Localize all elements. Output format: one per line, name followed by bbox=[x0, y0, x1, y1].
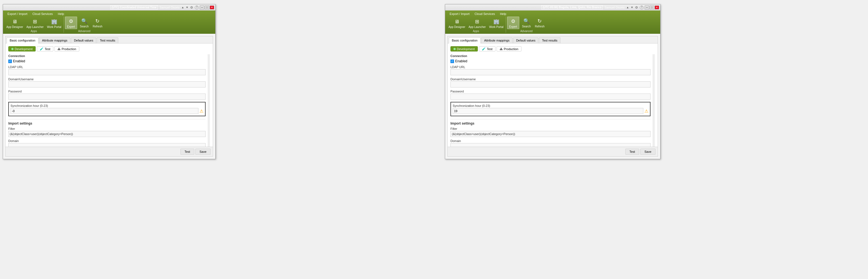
password-input-2[interactable] bbox=[451, 93, 651, 100]
env-tab-test-1[interactable]: 🧪 Test bbox=[37, 46, 53, 52]
help-icon-1[interactable]: ? bbox=[195, 5, 199, 9]
env-tab-production-1[interactable]: 🖧 Production bbox=[55, 46, 79, 52]
menu-help-1[interactable]: Help bbox=[56, 11, 66, 16]
app-launcher-button-2[interactable]: ⊞ App Launcher bbox=[468, 17, 487, 29]
minimize-button-1[interactable]: ─ bbox=[200, 5, 204, 9]
maximize-button-1[interactable]: □ bbox=[205, 5, 209, 9]
domain-input-2[interactable] bbox=[451, 143, 651, 147]
settings-icon-1[interactable]: ⚙ bbox=[190, 5, 193, 9]
menu-cloud-services-2[interactable]: Cloud Services bbox=[472, 11, 497, 16]
env-tab-development-1[interactable]: Development bbox=[8, 46, 36, 52]
refresh-button-2[interactable]: ↻ Refresh bbox=[534, 17, 546, 29]
divider-2 bbox=[451, 119, 651, 119]
form-left-2: Connection ✓ Enabled LDAP URL Domain\Use… bbox=[451, 54, 651, 147]
titlebar-buttons-1: ─ □ ✕ bbox=[200, 5, 214, 9]
domain-label-1: Domain bbox=[8, 139, 206, 143]
apps-group-label-1: Apps bbox=[5, 30, 62, 33]
tab-test-results-1[interactable]: Test results bbox=[97, 37, 118, 43]
search-button-2[interactable]: 🔍 Search bbox=[520, 17, 532, 29]
menu-export-import-1[interactable]: Export / Import bbox=[5, 11, 30, 16]
scrollbar-1[interactable] bbox=[208, 54, 210, 147]
save-button-2[interactable]: Save bbox=[640, 149, 655, 155]
domain-username-label-1: Domain\Username bbox=[8, 78, 206, 81]
env-test-label-2: Test bbox=[487, 47, 492, 51]
ldap-url-input-2[interactable] bbox=[451, 69, 651, 75]
tab-attribute-mappings-2[interactable]: Attribute mappings bbox=[481, 37, 513, 43]
password-input-1[interactable] bbox=[8, 93, 206, 100]
bottom-buttons-2: Test Save bbox=[448, 147, 658, 157]
spacer bbox=[218, 0, 442, 3]
refresh-button-1[interactable]: ↻ Refresh bbox=[91, 17, 104, 29]
domain-username-input-2[interactable] bbox=[451, 81, 651, 87]
tab-basic-config-1[interactable]: Basic configuration bbox=[7, 37, 38, 44]
tab-default-values-2[interactable]: Default values bbox=[513, 37, 538, 43]
enabled-checkbox-1[interactable]: ✓ bbox=[8, 59, 12, 63]
expert-button-2[interactable]: ⚙ Expert bbox=[507, 17, 519, 29]
env-test-label-1: Test bbox=[45, 47, 50, 51]
domain-input-1[interactable] bbox=[8, 143, 206, 147]
import-settings-title-2: Import settings bbox=[451, 121, 651, 125]
app-designer-label-1: App Designer bbox=[6, 25, 23, 29]
scrollbar-2[interactable] bbox=[653, 54, 655, 147]
ldap-url-input-1[interactable] bbox=[8, 69, 206, 75]
sync-hour-input-2[interactable] bbox=[453, 108, 643, 114]
test-button-2[interactable]: Test bbox=[625, 149, 639, 155]
tab-default-values-1[interactable]: Default values bbox=[71, 37, 96, 43]
server-icon-1: 🖧 bbox=[58, 47, 61, 51]
form-content-1: Connection ✓ Enabled LDAP URL Domain\Use… bbox=[8, 54, 210, 147]
enabled-label-2: Enabled bbox=[455, 59, 467, 63]
env-prod-label-2: Production bbox=[504, 47, 519, 51]
filter-input-1[interactable] bbox=[8, 131, 206, 137]
app-launcher-button-1[interactable]: ⊞ App Launcher bbox=[25, 17, 45, 29]
test-button-1[interactable]: Test bbox=[181, 149, 194, 155]
filter-input-2[interactable] bbox=[451, 131, 651, 137]
env-tab-test-2[interactable]: 🧪 Test bbox=[479, 46, 495, 52]
env-tab-production-2[interactable]: 🖧 Production bbox=[497, 46, 522, 52]
tab-basic-config-2[interactable]: Basic configuration bbox=[449, 37, 480, 44]
password-group-1: Password bbox=[8, 90, 206, 100]
save-button-1[interactable]: Save bbox=[195, 149, 211, 155]
close-button-1[interactable]: ✕ bbox=[210, 5, 214, 9]
expert-icon-1: ⚙ bbox=[67, 18, 75, 25]
tab-attribute-mappings-1[interactable]: Attribute mappings bbox=[39, 37, 70, 43]
chevron-down-icon-2[interactable]: ▼ bbox=[631, 6, 633, 9]
search-label-2: Search bbox=[522, 25, 531, 28]
menu-cloud-services-1[interactable]: Cloud Services bbox=[30, 11, 55, 16]
help-icon-2[interactable]: ? bbox=[640, 5, 644, 9]
work-portal-button-2[interactable]: 🏢 Work Portal bbox=[488, 17, 505, 29]
chevron-up-icon-1[interactable]: ▲ bbox=[181, 6, 184, 9]
titlebar-buttons-2: ─ □ ✕ bbox=[645, 5, 659, 9]
close-button-2[interactable]: ✕ bbox=[655, 5, 659, 9]
refresh-icon-2: ↻ bbox=[536, 17, 544, 25]
app-designer-button-2[interactable]: 🖥 App Designer bbox=[447, 17, 466, 29]
main-panel-1: Basic configuration Attribute mappings D… bbox=[5, 36, 213, 157]
minimize-button-2[interactable]: ─ bbox=[645, 5, 649, 9]
env-dev-label-1: Development bbox=[14, 47, 33, 51]
chevron-down-icon-1[interactable]: ▼ bbox=[186, 6, 188, 9]
expert-label-1: Expert bbox=[67, 25, 75, 28]
test-tube-icon-1: 🧪 bbox=[40, 47, 44, 51]
app-launcher-label-2: App Launcher bbox=[469, 25, 486, 29]
chevron-up-icon-2[interactable]: ▲ bbox=[626, 6, 629, 9]
sync-hour-input-1[interactable] bbox=[10, 108, 198, 114]
env-tab-development-2[interactable]: Development bbox=[451, 46, 478, 52]
enabled-checkbox-2[interactable]: ✓ bbox=[451, 59, 454, 63]
maximize-button-2[interactable]: □ bbox=[650, 5, 654, 9]
user-info-1: Samuel Osorio bbox=[159, 6, 180, 9]
search-button-1[interactable]: 🔍 Search bbox=[78, 17, 90, 29]
toolbar-1: Export / Import Cloud Services Help 🖥 Ap… bbox=[3, 10, 215, 34]
toolbar-menu-row-1: Export / Import Cloud Services Help bbox=[5, 11, 213, 16]
tab-test-results-2[interactable]: Test results bbox=[539, 37, 560, 43]
connection-title-1: Connection bbox=[8, 54, 206, 58]
tabs-header-2: Basic configuration Attribute mappings D… bbox=[448, 36, 658, 44]
app-designer-button-1[interactable]: 🖥 App Designer bbox=[5, 17, 24, 29]
menu-export-import-2[interactable]: Export / Import bbox=[447, 11, 472, 16]
env-tabs-1: Development 🧪 Test 🖧 Production bbox=[8, 46, 210, 52]
settings-icon-2[interactable]: ⚙ bbox=[635, 5, 638, 9]
domain-group-2: Domain bbox=[451, 139, 651, 147]
work-portal-button-1[interactable]: 🏢 Work Portal bbox=[46, 17, 62, 29]
domain-username-input-1[interactable] bbox=[8, 81, 206, 87]
menu-help-2[interactable]: Help bbox=[498, 11, 508, 16]
password-label-1: Password bbox=[8, 90, 206, 93]
expert-button-1[interactable]: ⚙ Expert bbox=[65, 17, 77, 29]
